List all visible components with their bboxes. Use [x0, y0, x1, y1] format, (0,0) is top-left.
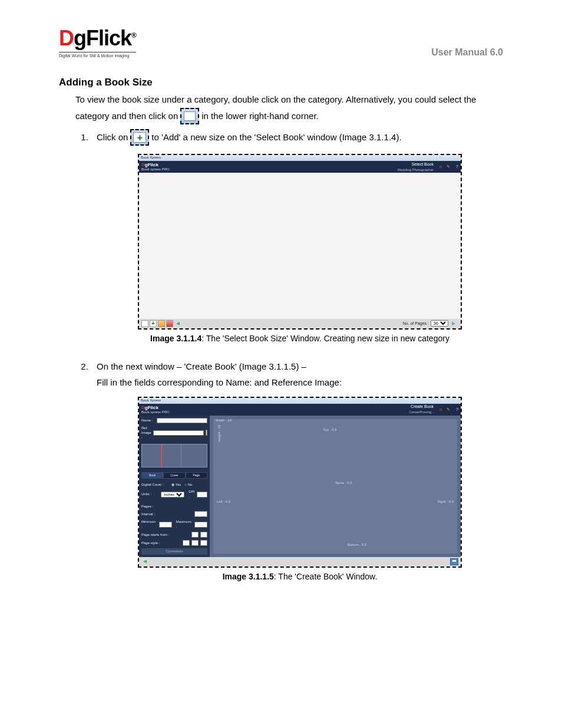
- step-1-post: to 'Add' a new size on the 'Select Book'…: [151, 131, 401, 143]
- width-label: Width : 24: [216, 418, 232, 423]
- logo: DgFlick® Digital World for Still & Motio…: [59, 24, 136, 59]
- minimum-label: Minimum :: [141, 519, 157, 529]
- app-brand-2: DgFlick: [141, 406, 170, 410]
- registered-mark: ®: [131, 31, 136, 39]
- app-footer-2: [139, 557, 461, 566]
- caption-1-rest: : The 'Select Book Size' Window. Creatin…: [201, 334, 449, 343]
- step-1-pre: Click on: [97, 131, 128, 143]
- ref-image-row: Ref. Image :: [141, 426, 207, 440]
- bottom-label: Bottom : 0.5: [348, 542, 366, 547]
- footer-back-arrow-icon[interactable]: [174, 320, 183, 327]
- page-style-row: Page style :: [141, 540, 207, 546]
- header-right-text-2: Create Book CenterPinning -: [409, 404, 434, 414]
- caption-2-rest: : The 'Create Book' Window.: [274, 572, 378, 581]
- footer-edit-icon[interactable]: [158, 320, 165, 327]
- footer-delete-icon[interactable]: [166, 320, 173, 327]
- tool-icon[interactable]: ✎: [444, 164, 450, 170]
- left-panel: Name : Ref. Image : Book Cover Page: [139, 416, 210, 557]
- dpi-input[interactable]: 300: [197, 492, 207, 498]
- save-icon[interactable]: [450, 558, 458, 565]
- manual-version-label: User Manual 6.0: [431, 46, 503, 59]
- units-label: Units :: [141, 492, 159, 496]
- app-body-2: Name : Ref. Image : Book Cover Page: [139, 416, 461, 557]
- app-brand-sub-2: Book xpress PRO: [141, 410, 170, 414]
- page-starts-row: Page starts from : L R: [141, 532, 207, 538]
- minmax-row: Minimum : 16 Maximum : 100: [141, 519, 207, 529]
- height-label: Height : 18: [217, 424, 222, 442]
- section-heading: Adding a Book Size: [59, 75, 503, 90]
- browse-button[interactable]: [206, 430, 207, 436]
- app-header-2: DgFlick Book xpress PRO Create Book Cent…: [139, 404, 461, 416]
- help-icon-2[interactable]: ?: [452, 407, 458, 413]
- logo-letter-d: D: [59, 26, 74, 50]
- header-right-title: Select Book: [397, 162, 434, 167]
- tab-cover[interactable]: Cover: [163, 472, 185, 479]
- maximum-input[interactable]: 100: [194, 522, 207, 528]
- tab-book[interactable]: Book: [141, 472, 163, 479]
- help-icon[interactable]: ?: [452, 164, 458, 170]
- footer-pages: No. of Pages : 36: [403, 320, 458, 327]
- app-brand: DgFlick: [141, 163, 170, 167]
- logo-rest: gFlick: [74, 26, 131, 50]
- interval-label: Interval :: [141, 512, 164, 516]
- radio-yes[interactable]: ◉ Yes: [171, 482, 181, 487]
- screenshot-create-book: Book Xpress DgFlick Book xpress PRO Crea…: [138, 397, 462, 568]
- minimum-input[interactable]: 16: [159, 522, 172, 528]
- digital-cover-label: Digital Cover :: [141, 482, 170, 487]
- caption-2-bold: Image 3.1.1.5: [223, 572, 274, 581]
- units-select[interactable]: Inches: [161, 492, 184, 498]
- maximum-label: Maximum :: [176, 519, 193, 529]
- page-style-2-button[interactable]: [191, 540, 199, 546]
- tool-icon-2[interactable]: ✎: [444, 407, 450, 413]
- page-starts-left-button[interactable]: L: [191, 532, 199, 538]
- logo-subtitle: Digital World for Still & Motion Imaging: [59, 52, 136, 59]
- app-header-left-2: DgFlick Book xpress PRO: [141, 406, 170, 414]
- caption-1-bold: Image 3.1.1.4: [150, 334, 201, 343]
- digital-cover-radios: ◉ Yes ○ No: [171, 482, 192, 487]
- ref-image-input[interactable]: [153, 430, 204, 436]
- intro-line-2: category and then click on in the lower …: [75, 108, 503, 124]
- pages-heading: Pages :: [141, 504, 207, 509]
- caption-1: Image 3.1.1.4: The 'Select Book Size' Wi…: [97, 333, 503, 345]
- footer-left-icons: [141, 320, 183, 327]
- footer-pages-label: No. of Pages :: [403, 321, 429, 327]
- app-brand-sub: Book xpress PRO: [141, 167, 170, 171]
- canvas-panel: Width : 24 Height : 18 Top : 0.5 Spine :…: [210, 416, 461, 557]
- app-header-left: DgFlick Book xpress PRO: [141, 163, 170, 171]
- page-starts-right-button[interactable]: R: [200, 532, 207, 538]
- page-header: DgFlick® Digital World for Still & Motio…: [59, 24, 503, 59]
- footer-pages-select[interactable]: 36: [431, 320, 448, 327]
- app-footer: No. of Pages : 36: [139, 319, 461, 328]
- step-2: On the next window – 'Create Book' (Imag…: [91, 360, 503, 583]
- comments-bar[interactable]: Comments: [141, 548, 207, 554]
- interval-input[interactable]: 2: [194, 511, 207, 517]
- right-label: Right : 0.5: [438, 499, 454, 504]
- app-header-right-2: Create Book CenterPinning - ⌂ ✎ ?: [409, 404, 458, 414]
- page-style-3-button[interactable]: [200, 540, 207, 546]
- canvas-area: Width : 24 Height : 18 Top : 0.5 Spine :…: [213, 419, 457, 554]
- home-icon-2[interactable]: ⌂: [436, 407, 442, 413]
- footer-blank-icon[interactable]: [141, 320, 148, 327]
- app-header: DgFlick Book xpress PRO Select Book Wedd…: [139, 161, 461, 173]
- ref-image-label: Ref. Image :: [141, 426, 151, 440]
- footer-add-icon[interactable]: [150, 320, 157, 327]
- caption-2: Image 3.1.1.5: The 'Create Book' Window.: [97, 571, 503, 583]
- page-starts-label: Page starts from :: [141, 532, 190, 537]
- add-icon: [130, 129, 149, 146]
- tab-page[interactable]: Page: [186, 472, 207, 479]
- radio-no[interactable]: ○ No: [184, 482, 192, 487]
- intro-line-2-post: in the lower right-hand corner.: [201, 110, 318, 122]
- name-input[interactable]: [157, 418, 207, 423]
- footer-back-arrow-icon-2[interactable]: [141, 558, 150, 565]
- footer-next-arrow-icon[interactable]: [450, 320, 458, 327]
- name-row: Name :: [141, 418, 207, 423]
- window-titlebar-2: Book Xpress: [139, 398, 461, 404]
- page-style-1-button[interactable]: [183, 540, 190, 546]
- top-label: Top : 0.5: [323, 427, 336, 432]
- screenshot-select-book: Book Xpress DgFlick Book xpress PRO Sele…: [138, 154, 462, 330]
- home-icon[interactable]: ⌂: [436, 164, 442, 170]
- app-header-right: Select Book Wedding Photographer ⌂ ✎ ?: [397, 162, 458, 172]
- units-row: Units : Inches DPI : 300: [141, 489, 207, 499]
- spine-label: Spine : 0.5: [335, 480, 352, 485]
- interval-row: Interval : 2: [141, 511, 207, 517]
